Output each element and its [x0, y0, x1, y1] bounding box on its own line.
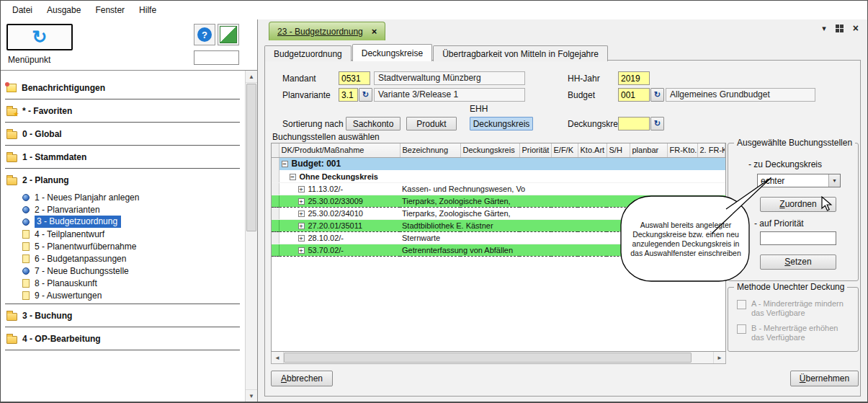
- sidebar-item-planauskunft[interactable]: 8 - Planauskunft: [22, 277, 244, 289]
- sidebar-item-stammdaten[interactable]: 1 - Stammdaten: [6, 150, 244, 164]
- sidebar-item-label: 1 - Stammdaten: [22, 152, 86, 162]
- subgroup-label: Ohne Deckungskreis: [300, 172, 378, 181]
- planvariante-lookup-button[interactable]: ↻: [359, 88, 372, 102]
- refresh-button[interactable]: ↻: [6, 24, 73, 50]
- deckungskreis-type-select[interactable]: echter ▾: [757, 174, 841, 187]
- sort-deckungskreis-button[interactable]: Deckungskreis: [470, 117, 533, 130]
- expand-icon[interactable]: +: [298, 223, 305, 229]
- collapse-icon[interactable]: −: [282, 161, 288, 167]
- table-subgroup-row[interactable]: −Ohne Deckungskreis: [272, 170, 725, 182]
- planvariante-name-field: Variante 3/Release 1: [374, 88, 525, 102]
- scroll-left-icon[interactable]: ◄: [272, 352, 284, 363]
- menu-hilfe[interactable]: Hilfe: [132, 2, 164, 18]
- deckungskreis-lookup-button[interactable]: ↻: [650, 117, 664, 130]
- sidebar-item-buchung[interactable]: 3 - Buchung: [6, 309, 244, 323]
- sidebar-item-label: 2 - Planung: [22, 175, 69, 185]
- table-row[interactable]: +53.70.02/- Getrennterfassung von Abfäll…: [272, 244, 725, 256]
- table-group-row[interactable]: −Budget: 001: [272, 157, 725, 170]
- column-header[interactable]: DK/Produkt/Maßnahme: [279, 143, 400, 157]
- table-row[interactable]: +28.10.02/- Sternwarte: [272, 231, 725, 244]
- sort-produkt-button[interactable]: Produkt: [406, 117, 457, 130]
- sidebar-item-auswertungen[interactable]: 9 - Auswertungen: [22, 289, 244, 301]
- sidebar-item-planung[interactable]: 2 - Planung: [6, 173, 244, 187]
- sidebar-item-planvarianten[interactable]: 2 - Planvarianten: [22, 203, 244, 216]
- table-row[interactable]: +25.30.02/33009 Tierparks, Zoologische G…: [272, 195, 725, 207]
- close-icon[interactable]: ×: [853, 25, 859, 32]
- sidebar-item-planentwurfuebernahme[interactable]: 5 - Planentwurfübernahme: [22, 240, 244, 252]
- auf-prioritaet-label: - auf Priorität: [754, 218, 804, 229]
- menu-fenster[interactable]: Fenster: [88, 2, 132, 18]
- zuordnen-button[interactable]: Zuordnen: [760, 197, 836, 212]
- lookup-icon: ↻: [654, 119, 661, 128]
- table-row[interactable]: +25.30.02/34010 Tierparks, Zoologische G…: [272, 207, 725, 219]
- expand-icon[interactable]: +: [298, 211, 305, 217]
- sidebar-item-global[interactable]: 0 - Global: [6, 127, 244, 141]
- prioritaet-input[interactable]: [760, 231, 836, 245]
- tree-separator: [5, 122, 240, 123]
- chart-icon: [220, 26, 237, 43]
- expand-icon[interactable]: +: [298, 235, 305, 242]
- sidebar-item-benachrichtigungen[interactable]: Benachrichtigungen: [6, 81, 244, 95]
- deckungskreis-input[interactable]: [618, 117, 650, 130]
- table-horizontal-scrollbar[interactable]: ◄ ►: [271, 352, 726, 364]
- table-row[interactable]: +11.13.02/- Kassen- und Rechnungswesen, …: [272, 182, 725, 195]
- planvariante-input[interactable]: [339, 88, 358, 102]
- sidebar-item-budgetanpassungen[interactable]: 6 - Budgetanpassungen: [22, 252, 244, 265]
- column-header[interactable]: 2. FR-Kt: [697, 143, 725, 157]
- sidebar-item-teilplanentwurf[interactable]: 4 - Teilplanentwurf: [22, 228, 244, 240]
- budget-lookup-button[interactable]: ↻: [650, 88, 664, 102]
- sidebar-item-neues-planjahr[interactable]: 1 - Neues Planjahr anlegen: [22, 191, 244, 203]
- chevron-down-icon[interactable]: ▾: [828, 174, 840, 187]
- column-header[interactable]: Bezeichnung: [400, 143, 460, 157]
- sidebar-item-label: 8 - Planauskunft: [35, 278, 97, 288]
- menubar: Datei Ausgabe Fenster Hilfe: [1, 1, 867, 19]
- sidebar-item-label: 6 - Budgetanpassungen: [35, 254, 126, 264]
- expand-icon[interactable]: +: [298, 247, 305, 254]
- document-tab-budgetzuordnung[interactable]: 23 - Budgetzuordnung ×: [269, 22, 385, 40]
- scroll-down-icon[interactable]: ▼: [246, 389, 257, 402]
- expand-icon[interactable]: +: [298, 186, 305, 192]
- document-tab-title[interactable]: 23 - Budgetzuordnung: [277, 27, 363, 37]
- uebernehmen-button[interactable]: Übernehmen: [790, 371, 859, 386]
- column-header[interactable]: FR-Kto.: [667, 143, 697, 157]
- menu-ausgabe[interactable]: Ausgabe: [40, 2, 88, 18]
- sidebar-item-label: 4 - OP-Bearbeitung: [22, 334, 101, 344]
- column-header[interactable]: Priorität: [519, 143, 551, 157]
- tab-deckungskreise[interactable]: Deckungskreise: [352, 44, 432, 61]
- chevron-down-icon[interactable]: ▾: [822, 25, 826, 32]
- sidebar-item-op-bearbeitung[interactable]: 4 - OP-Bearbeitung: [6, 332, 244, 346]
- tab-budgetzuordnung[interactable]: Budgetzuordnung: [264, 45, 352, 61]
- sort-sachkonto-button[interactable]: Sachkonto: [346, 117, 401, 130]
- panels-icon[interactable]: [836, 25, 844, 32]
- abbrechen-button[interactable]: Abbrechen: [271, 371, 333, 386]
- table-row[interactable]: +27.20.01/35011 Stadtbibliothek E. Kästn…: [272, 219, 725, 231]
- mandant-input[interactable]: [339, 71, 370, 85]
- column-header[interactable]: planbar: [630, 143, 667, 157]
- hhjahr-input[interactable]: [618, 71, 650, 85]
- scrollbar-thumb[interactable]: [246, 84, 256, 231]
- column-header[interactable]: Kto.Art: [578, 143, 607, 157]
- tab-uebertragbarkeit[interactable]: Übertragbarkeit von Mitteln in Folgejahr…: [433, 45, 608, 61]
- help-button[interactable]: ?: [194, 24, 215, 45]
- collapse-icon[interactable]: −: [290, 174, 296, 180]
- column-header[interactable]: E/F/K: [551, 143, 578, 157]
- menu-datei[interactable]: Datei: [5, 2, 40, 18]
- sidebar-item-neue-buchungsstelle[interactable]: 7 - Neue Buchungsstelle: [22, 265, 244, 277]
- setzen-button[interactable]: Setzen: [760, 254, 836, 270]
- sidebar-item-favoriten[interactable]: ★ * - Favoriten: [6, 104, 244, 118]
- sidebar-item-label: 0 - Global: [22, 129, 62, 139]
- tree-scrollbar[interactable]: ▲ ▼: [245, 71, 257, 402]
- column-header[interactable]: S/H: [607, 143, 630, 157]
- expand-icon[interactable]: +: [298, 198, 305, 205]
- sidebar-item-budgetzuordnung[interactable]: 3 - Budgetzuordnung: [22, 216, 244, 228]
- ehh-label: EHH: [470, 104, 488, 114]
- scrollbar-thumb[interactable]: [284, 353, 692, 363]
- scroll-up-icon[interactable]: ▲: [246, 71, 257, 83]
- tab-close-icon[interactable]: ×: [372, 26, 377, 37]
- row-code: 25.30.02/33009: [308, 197, 363, 205]
- chart-button[interactable]: [218, 24, 239, 45]
- column-header[interactable]: Deckungskreis: [460, 143, 519, 157]
- menupunkt-input[interactable]: [194, 50, 239, 65]
- scroll-right-icon[interactable]: ►: [713, 352, 725, 363]
- budget-input[interactable]: [618, 88, 650, 102]
